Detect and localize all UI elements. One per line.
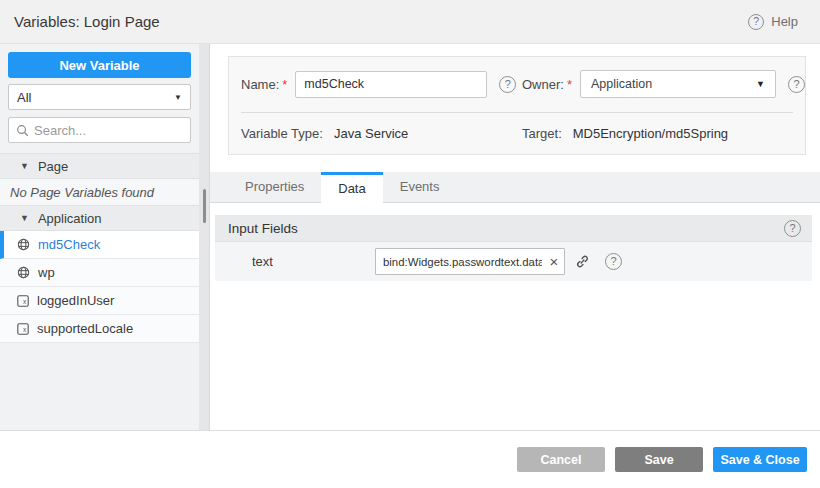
page-title: Variables: Login Page xyxy=(14,13,160,30)
collapse-arrow-icon: ▼ xyxy=(20,213,29,223)
tab-data[interactable]: Data xyxy=(321,172,382,203)
dialog-footer: Cancel Save Save & Close xyxy=(0,430,820,488)
tree-group-application[interactable]: ▼ Application xyxy=(0,205,209,231)
required-marker: * xyxy=(282,77,287,92)
bind-link-icon[interactable] xyxy=(575,254,590,269)
variable-type-group: Variable Type: Java Service xyxy=(241,126,522,141)
field-label-text: text xyxy=(252,254,375,269)
svg-text:x: x xyxy=(23,298,27,305)
sidebar-item-md5check[interactable]: md5Check xyxy=(0,231,209,259)
required-marker: * xyxy=(567,77,572,92)
input-fields-header: Input Fields ? xyxy=(215,215,812,242)
sidebar-scrollbar-thumb[interactable] xyxy=(203,189,206,223)
sidebar-controls: New Variable All ▼ xyxy=(0,44,209,143)
variable-filter-value: All xyxy=(17,90,31,105)
name-label: Name: xyxy=(241,77,279,92)
new-variable-button[interactable]: New Variable xyxy=(8,52,191,78)
input-fields-title: Input Fields xyxy=(228,221,298,236)
help-button[interactable]: ? Help xyxy=(748,14,798,30)
clear-binding-icon[interactable]: × xyxy=(544,254,564,269)
field-help-icon[interactable]: ? xyxy=(605,253,622,270)
collapse-arrow-icon: ▼ xyxy=(20,161,29,171)
target-value: MD5Encryption/md5Spring xyxy=(573,126,728,141)
svg-text:x: x xyxy=(23,326,27,333)
tree-item-label: supportedLocale xyxy=(37,321,133,336)
target-label: Target: xyxy=(522,126,562,141)
name-help-icon[interactable]: ? xyxy=(499,76,516,93)
search-input[interactable] xyxy=(34,123,183,138)
chevron-down-icon: ▼ xyxy=(174,93,182,102)
name-field-group: Name: * ? xyxy=(241,71,522,98)
model-variable-icon: x xyxy=(17,323,29,335)
variable-filter-select[interactable]: All ▼ xyxy=(8,84,191,110)
variable-summary-form: Name: * ? Owner: * Application ▼ ? xyxy=(228,56,806,155)
variable-type-label: Variable Type: xyxy=(241,126,323,141)
sidebar-item-loggedinuser[interactable]: x loggedInUser xyxy=(0,287,209,315)
chevron-down-icon: ▼ xyxy=(756,79,765,89)
owner-selected-value: Application xyxy=(591,77,652,91)
tree-group-page[interactable]: ▼ Page xyxy=(0,153,209,179)
save-button[interactable]: Save xyxy=(615,447,703,472)
model-variable-icon: x xyxy=(17,295,29,307)
tree-group-application-label: Application xyxy=(38,211,102,226)
name-input[interactable] xyxy=(295,71,487,98)
tree-item-label: wp xyxy=(38,265,55,280)
dialog-body: New Variable All ▼ ▼ Page No Page Variab… xyxy=(0,44,820,430)
service-variable-icon xyxy=(17,238,30,251)
input-fields-section: Input Fields ? text × ? xyxy=(215,215,812,281)
tree-item-label: loggedInUser xyxy=(37,293,114,308)
page-variables-empty-note: No Page Variables found xyxy=(0,179,209,205)
owner-label: Owner: xyxy=(522,77,564,92)
search-box[interactable] xyxy=(8,117,191,143)
sidebar-item-supportedlocale[interactable]: x supportedLocale xyxy=(0,315,209,343)
variables-sidebar: New Variable All ▼ ▼ Page No Page Variab… xyxy=(0,44,210,430)
sidebar-scrollbar[interactable] xyxy=(199,44,209,430)
sidebar-item-wp[interactable]: wp xyxy=(0,259,209,287)
type-target-row: Variable Type: Java Service Target: MD5E… xyxy=(241,126,793,141)
tab-properties[interactable]: Properties xyxy=(228,172,321,202)
help-label: Help xyxy=(771,14,798,29)
search-icon xyxy=(16,124,29,137)
detail-tabs: Properties Data Events xyxy=(210,172,820,203)
input-field-row-text: text × ? xyxy=(215,242,812,281)
help-icon: ? xyxy=(748,14,764,30)
service-variable-icon xyxy=(17,266,30,279)
tab-events[interactable]: Events xyxy=(383,172,457,202)
variable-detail-panel: Name: * ? Owner: * Application ▼ ? xyxy=(210,44,820,430)
save-and-close-button[interactable]: Save & Close xyxy=(713,447,807,472)
variables-tree: ▼ Page No Page Variables found ▼ Applica… xyxy=(0,153,209,343)
variables-dialog: Variables: Login Page ? Help New Variabl… xyxy=(0,0,820,488)
owner-select[interactable]: Application ▼ xyxy=(580,70,776,98)
tree-item-label: md5Check xyxy=(38,237,100,252)
dialog-header: Variables: Login Page ? Help xyxy=(0,0,820,44)
owner-field-group: Owner: * Application ▼ ? xyxy=(522,70,805,98)
bind-value-box: × xyxy=(375,248,565,275)
form-divider xyxy=(241,112,793,113)
bind-value-input[interactable] xyxy=(376,256,544,268)
name-owner-row: Name: * ? Owner: * Application ▼ ? xyxy=(241,70,793,98)
variable-type-value: Java Service xyxy=(334,126,408,141)
owner-help-icon[interactable]: ? xyxy=(788,76,805,93)
tree-group-page-label: Page xyxy=(38,159,68,174)
input-fields-help-icon[interactable]: ? xyxy=(784,220,801,237)
cancel-button[interactable]: Cancel xyxy=(517,447,605,472)
target-group: Target: MD5Encryption/md5Spring xyxy=(522,126,728,141)
